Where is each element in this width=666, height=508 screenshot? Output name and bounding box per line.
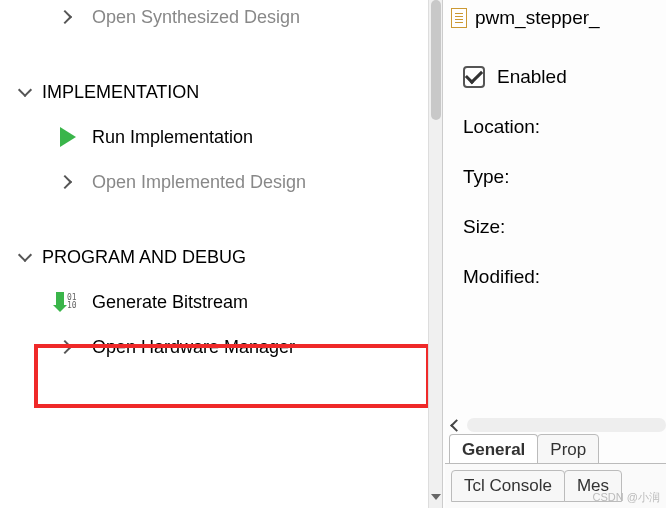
tab-tcl-console[interactable]: Tcl Console xyxy=(451,470,565,502)
scroll-left-arrow-icon[interactable] xyxy=(449,418,461,432)
vertical-scrollbar[interactable] xyxy=(428,0,442,508)
run-implementation-item[interactable]: Run Implementation xyxy=(0,122,442,152)
type-label: Type: xyxy=(463,166,509,188)
modified-property-row: Modified: xyxy=(463,252,666,302)
file-header-row[interactable]: pwm_stepper_ xyxy=(451,4,666,32)
open-implemented-design-label: Open Implemented Design xyxy=(92,172,306,193)
open-hardware-manager-item[interactable]: Open Hardware Manager xyxy=(0,332,442,362)
chevron-right-icon xyxy=(60,340,74,354)
open-hardware-manager-label: Open Hardware Manager xyxy=(92,337,295,358)
tab-tcl-console-label: Tcl Console xyxy=(464,476,552,495)
open-synthesized-design-label: Open Synthesized Design xyxy=(92,7,300,28)
modified-label: Modified: xyxy=(463,266,540,288)
chevron-down-icon xyxy=(18,250,32,264)
scroll-track[interactable] xyxy=(467,418,666,432)
file-name-label: pwm_stepper_ xyxy=(475,7,600,29)
properties-panel: pwm_stepper_ Enabled Location: Type: Siz… xyxy=(442,0,666,508)
chevron-right-icon xyxy=(60,10,74,24)
size-label: Size: xyxy=(463,216,505,238)
enabled-property-row: Enabled xyxy=(463,52,666,102)
horizontal-scrollbar[interactable] xyxy=(449,416,666,434)
implementation-section-header[interactable]: IMPLEMENTATION xyxy=(0,77,442,107)
location-property-row: Location: xyxy=(463,102,666,152)
implementation-header-label: IMPLEMENTATION xyxy=(42,82,199,103)
scrollbar-down-arrow-icon[interactable] xyxy=(431,494,441,504)
run-implementation-label: Run Implementation xyxy=(92,127,253,148)
enabled-checkbox[interactable] xyxy=(463,66,485,88)
open-implemented-design-item[interactable]: Open Implemented Design xyxy=(0,167,442,197)
program-debug-section-header[interactable]: PROGRAM AND DEBUG xyxy=(0,242,442,272)
bitstream-download-icon: 0110 xyxy=(56,292,76,312)
size-property-row: Size: xyxy=(463,202,666,252)
type-property-row: Type: xyxy=(463,152,666,202)
chevron-down-icon xyxy=(18,85,32,99)
chevron-right-icon xyxy=(60,175,74,189)
location-label: Location: xyxy=(463,116,540,138)
play-icon xyxy=(60,127,76,147)
watermark-text: CSDN @小润 xyxy=(593,490,660,505)
flow-navigator-panel: Open Synthesized Design IMPLEMENTATION R… xyxy=(0,0,442,508)
properties-tabs: General Prop xyxy=(449,434,598,466)
generate-bitstream-item[interactable]: 0110 Generate Bitstream xyxy=(0,287,442,317)
open-synthesized-design-item[interactable]: Open Synthesized Design xyxy=(0,2,442,32)
enabled-label: Enabled xyxy=(497,66,567,88)
source-file-icon xyxy=(451,8,467,28)
tab-properties[interactable]: Prop xyxy=(537,434,599,466)
tab-general-label: General xyxy=(462,440,525,459)
program-debug-header-label: PROGRAM AND DEBUG xyxy=(42,247,246,268)
generate-bitstream-label: Generate Bitstream xyxy=(92,292,248,313)
tab-general[interactable]: General xyxy=(449,434,538,466)
scrollbar-thumb[interactable] xyxy=(431,0,441,120)
tab-properties-label: Prop xyxy=(550,440,586,459)
